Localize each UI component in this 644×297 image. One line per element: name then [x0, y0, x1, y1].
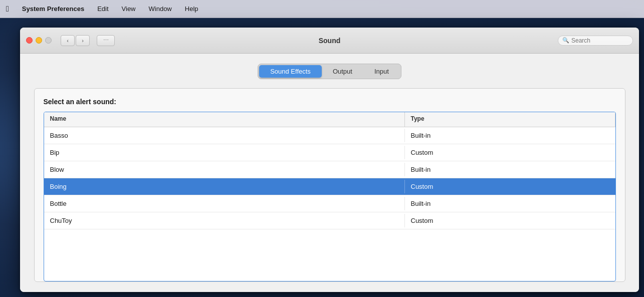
apple-menu[interactable]:  [6, 5, 9, 14]
search-box[interactable]: 🔍 [558, 36, 633, 46]
forward-button[interactable]: › [76, 35, 90, 46]
system-preferences-window: ‹ › ⋯ Sound 🔍 Sound Effects Output Input… [20, 28, 639, 292]
sound-table: Name Type Basso Built-in Bip Custom Blow… [44, 112, 616, 281]
section-label: Select an alert sound: [44, 98, 616, 106]
cell-type: Built-in [405, 163, 615, 176]
back-button[interactable]: ‹ [61, 35, 75, 46]
cell-name: Basso [44, 129, 405, 142]
cell-type: Custom [405, 180, 615, 193]
table-row[interactable]: Boing Custom [44, 178, 615, 195]
cell-type: Built-in [405, 129, 615, 142]
titlebar: ‹ › ⋯ Sound 🔍 [20, 28, 639, 54]
cell-type: Custom [405, 146, 615, 159]
window-title: Sound [319, 37, 341, 45]
cell-name: Bottle [44, 197, 405, 210]
search-input[interactable] [571, 37, 628, 44]
app-menu[interactable]: System Preferences [20, 4, 86, 14]
table-row[interactable]: ChuToy Custom [44, 212, 615, 229]
traffic-lights [26, 37, 52, 44]
help-menu[interactable]: Help [183, 4, 200, 14]
view-menu[interactable]: View [120, 4, 138, 14]
table-header: Name Type [44, 112, 615, 127]
tab-bar: Sound Effects Output Input [258, 64, 401, 79]
table-row[interactable]: Basso Built-in [44, 127, 615, 144]
cell-name: ChuToy [44, 214, 405, 227]
grid-button[interactable]: ⋯ [97, 35, 115, 46]
tab-input[interactable]: Input [363, 65, 400, 78]
nav-buttons: ‹ › [61, 35, 90, 46]
cell-type: Built-in [405, 197, 615, 210]
tab-sound-effects[interactable]: Sound Effects [259, 65, 322, 78]
menubar:  System Preferences Edit View Window He… [0, 0, 644, 18]
search-icon: 🔍 [562, 37, 569, 44]
window-menu[interactable]: Window [147, 4, 174, 14]
maximize-button[interactable] [45, 37, 52, 44]
col-name-header: Name [44, 112, 405, 127]
col-type-header: Type [405, 112, 615, 127]
table-row[interactable]: Bip Custom [44, 144, 615, 161]
cell-name: Blow [44, 163, 405, 176]
table-body[interactable]: Basso Built-in Bip Custom Blow Built-in … [44, 127, 615, 281]
cell-type: Custom [405, 214, 615, 227]
edit-menu[interactable]: Edit [95, 4, 110, 14]
cell-name: Boing [44, 180, 405, 193]
close-button[interactable] [26, 37, 33, 44]
minimize-button[interactable] [36, 37, 42, 44]
table-row[interactable]: Blow Built-in [44, 161, 615, 178]
tab-output[interactable]: Output [322, 65, 363, 78]
cell-name: Bip [44, 146, 405, 159]
table-row[interactable]: Bottle Built-in [44, 195, 615, 212]
content-area: Sound Effects Output Input Select an ale… [20, 54, 639, 292]
sound-panel: Select an alert sound: Name Type Basso B… [34, 88, 625, 282]
